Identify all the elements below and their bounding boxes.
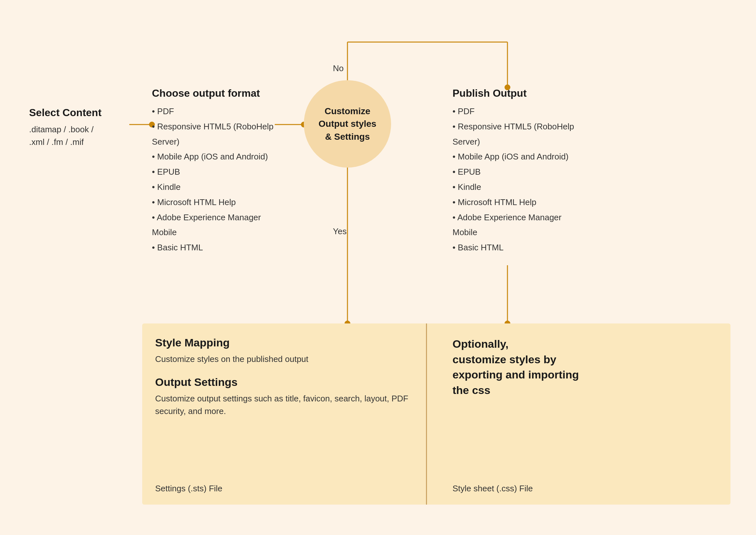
optionally-section: Optionally,customize styles byexporting … [452,336,698,403]
choose-output-list: PDF Responsive HTML5 (RoboHelp Server) M… [152,104,275,255]
list-item: Microsoft HTML Help [152,195,275,210]
list-item: Kindle [152,180,275,195]
publish-output-list: PDF Responsive HTML5 (RoboHelp Server) M… [452,104,588,255]
customize-circle-title: CustomizeOutput styles& Settings [312,98,383,150]
stylesheet-file-label: Style sheet (.css) File [452,484,533,493]
choose-output-node: Choose output format PDF Responsive HTML… [152,87,275,255]
style-mapping-section: Style Mapping Customize styles on the pu… [155,336,420,418]
yes-label: Yes [333,226,346,237]
list-item: Mobile App (iOS and Android) [452,149,588,164]
no-label: No [333,63,343,73]
publish-output-title: Publish Output [452,87,588,99]
customize-circle-node: CustomizeOutput styles& Settings [304,80,391,168]
diagram-container: No Yes Select Content .ditamap / .book /… [0,0,756,535]
list-item: EPUB [152,164,275,180]
list-item: Microsoft HTML Help [452,195,588,210]
select-content-sub: .ditamap / .book /.xml / .fm / .mif [29,123,126,149]
list-item: PDF [452,104,588,119]
select-content-node: Select Content .ditamap / .book /.xml / … [29,107,126,149]
settings-file-label: Settings (.sts) File [155,484,222,493]
optionally-title: Optionally,customize styles byexporting … [452,336,698,398]
list-item: Adobe Experience Manager Mobile [452,210,588,240]
output-settings-text: Customize output settings such as title,… [155,392,420,418]
list-item: Adobe Experience Manager Mobile [152,210,275,240]
select-content-title: Select Content [29,107,126,119]
style-mapping-title: Style Mapping [155,336,420,349]
list-item: Responsive HTML5 (RoboHelp Server) [452,119,588,150]
style-mapping-text: Customize styles on the published output [155,353,420,366]
output-settings-title: Output Settings [155,376,420,388]
list-item: PDF [152,104,275,119]
list-item: Mobile App (iOS and Android) [152,149,275,164]
choose-output-title: Choose output format [152,87,275,99]
list-item: Responsive HTML5 (RoboHelp Server) [152,119,275,150]
list-item: Basic HTML [152,240,275,255]
publish-output-node: Publish Output PDF Responsive HTML5 (Rob… [452,87,588,255]
list-item: Basic HTML [452,240,588,255]
list-item: Kindle [452,180,588,195]
bottom-box-divider [426,324,427,505]
list-item: EPUB [452,164,588,180]
